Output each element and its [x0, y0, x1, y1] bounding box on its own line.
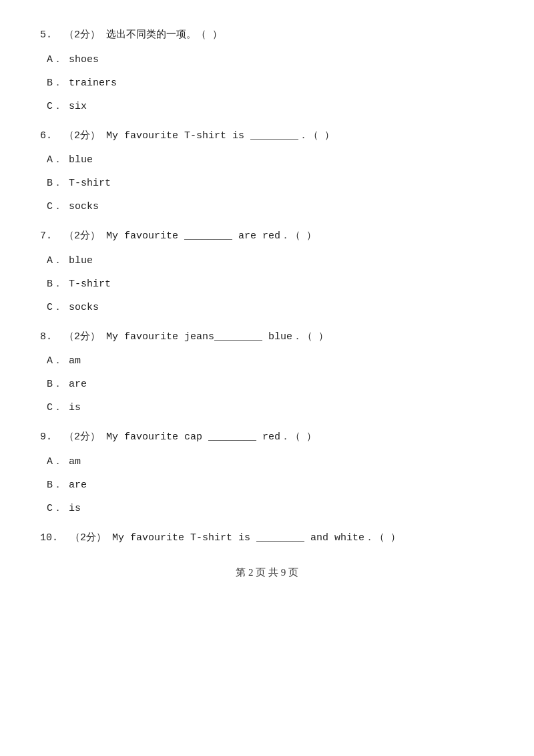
- q7-option-b: B． T-shirt: [40, 275, 494, 293]
- q6-b-text: T-shirt: [69, 178, 111, 189]
- q9-b-label: B．: [47, 480, 63, 491]
- question-9: 9. （2分） My favourite cap ________ red．（ …: [40, 429, 494, 518]
- question-8: 8. （2分） My favourite jeans________ blue．…: [40, 329, 494, 417]
- q8-score: （2分）: [64, 331, 100, 343]
- q10-number: 10.: [40, 532, 58, 544]
- q8-b-label: B．: [47, 379, 63, 390]
- q7-option-a: A． blue: [40, 252, 494, 270]
- q5-c-label: C．: [47, 101, 63, 112]
- q6-b-label: B．: [47, 178, 63, 189]
- q9-text: My favourite cap ________ red．（ ）: [106, 431, 316, 443]
- q9-a-text: am: [69, 456, 81, 467]
- q5-score: （2分）: [64, 29, 100, 41]
- q9-c-text: is: [69, 503, 81, 514]
- q5-b-label: B．: [47, 77, 63, 89]
- q7-text: My favourite ________ are red．（ ）: [106, 230, 316, 242]
- q6-option-c: C． socks: [40, 198, 494, 216]
- question-5-stem: 5. （2分） 选出不同类的一项。（ ）: [40, 27, 494, 44]
- q9-c-label: C．: [47, 503, 63, 514]
- question-6: 6. （2分） My favourite T-shirt is ________…: [40, 128, 494, 216]
- footer-text: 第 2 页 共 9 页: [236, 567, 298, 578]
- q9-a-label: A．: [47, 456, 63, 467]
- question-10: 10. （2分） My favourite T-shirt is _______…: [40, 530, 494, 547]
- q5-a-label: A．: [47, 54, 63, 65]
- question-7-stem: 7. （2分） My favourite ________ are red．（ …: [40, 228, 494, 245]
- q6-option-b: B． T-shirt: [40, 174, 494, 192]
- q9-b-text: are: [69, 480, 87, 491]
- question-5: 5. （2分） 选出不同类的一项。（ ） A． shoes B． trainer…: [40, 27, 494, 116]
- q7-number: 7.: [40, 230, 52, 242]
- q6-c-text: socks: [69, 201, 99, 212]
- q8-option-b: B． are: [40, 375, 494, 393]
- q5-b-text: trainers: [69, 77, 117, 89]
- question-7: 7. （2分） My favourite ________ are red．（ …: [40, 228, 494, 317]
- q8-c-text: is: [69, 402, 81, 413]
- q8-b-text: are: [69, 379, 87, 390]
- q6-c-label: C．: [47, 201, 63, 212]
- q5-option-c: C． six: [40, 98, 494, 116]
- q8-option-c: C． is: [40, 399, 494, 417]
- q5-number: 5.: [40, 29, 52, 41]
- q6-option-a: A． blue: [40, 151, 494, 169]
- q10-text: My favourite T-shirt is ________ and whi…: [112, 532, 400, 544]
- q7-option-c: C． socks: [40, 299, 494, 317]
- q8-text: My favourite jeans________ blue．（ ）: [106, 331, 328, 343]
- q8-c-label: C．: [47, 402, 63, 413]
- q5-a-text: shoes: [69, 54, 99, 65]
- page-footer: 第 2 页 共 9 页: [40, 566, 494, 579]
- q10-score: （2分）: [70, 532, 106, 544]
- q8-number: 8.: [40, 331, 52, 343]
- q7-c-label: C．: [47, 302, 63, 313]
- q9-option-a: A． am: [40, 453, 494, 471]
- q7-b-text: T-shirt: [69, 278, 111, 290]
- exam-content: 5. （2分） 选出不同类的一项。（ ） A． shoes B． trainer…: [40, 27, 494, 579]
- question-9-stem: 9. （2分） My favourite cap ________ red．（ …: [40, 429, 494, 446]
- q7-b-label: B．: [47, 278, 63, 290]
- q9-number: 9.: [40, 431, 52, 443]
- q6-text: My favourite T-shirt is ________．（ ）: [106, 130, 334, 142]
- q5-c-text: six: [69, 101, 87, 112]
- q5-option-b: B． trainers: [40, 74, 494, 92]
- q7-c-text: socks: [69, 302, 99, 313]
- q7-a-text: blue: [69, 255, 93, 266]
- question-6-stem: 6. （2分） My favourite T-shirt is ________…: [40, 128, 494, 145]
- q9-score: （2分）: [64, 431, 100, 443]
- q6-a-label: A．: [47, 154, 63, 166]
- q6-score: （2分）: [64, 130, 100, 142]
- q7-score: （2分）: [64, 230, 100, 242]
- q8-option-a: A． am: [40, 352, 494, 370]
- question-10-stem: 10. （2分） My favourite T-shirt is _______…: [40, 530, 494, 547]
- q9-option-c: C． is: [40, 500, 494, 518]
- q6-number: 6.: [40, 130, 52, 142]
- question-8-stem: 8. （2分） My favourite jeans________ blue．…: [40, 329, 494, 346]
- q6-a-text: blue: [69, 154, 93, 166]
- q8-a-label: A．: [47, 355, 63, 367]
- q7-a-label: A．: [47, 255, 63, 266]
- q5-option-a: A． shoes: [40, 51, 494, 69]
- q5-text: 选出不同类的一项。（ ）: [106, 29, 222, 41]
- q8-a-text: am: [69, 355, 81, 367]
- q9-option-b: B． are: [40, 476, 494, 494]
